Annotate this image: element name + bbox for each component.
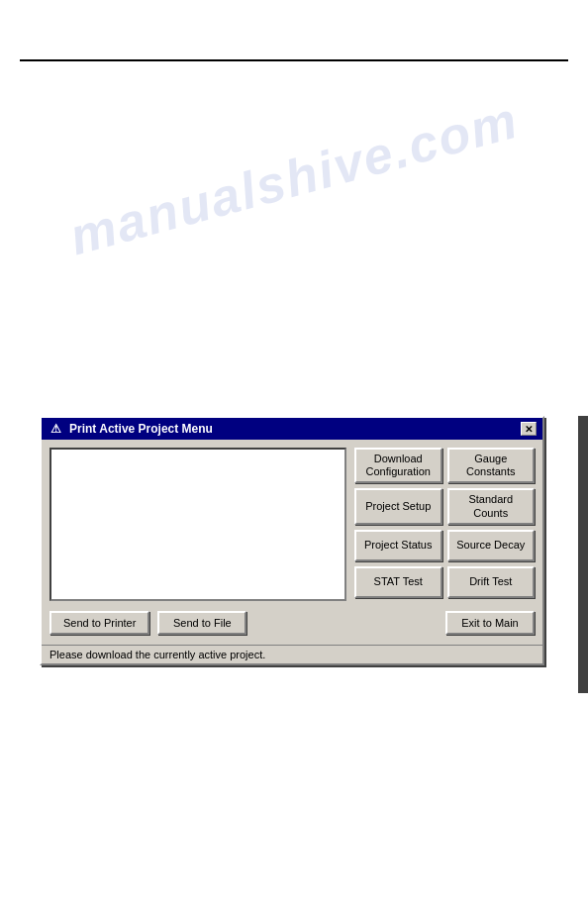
source-decay-button[interactable]: Source Decay <box>447 530 536 561</box>
button-row-3: Project Status Source Decay <box>354 530 535 561</box>
dialog-title: Print Active Project Menu <box>69 422 213 436</box>
print-active-project-dialog: ⚠ Print Active Project Menu ✕ DownloadCo… <box>40 416 544 665</box>
titlebar-left: ⚠ Print Active Project Menu <box>48 421 213 437</box>
dialog-content-row: DownloadConfiguration GaugeConstants Pro… <box>49 448 535 601</box>
project-status-button[interactable]: Project Status <box>354 530 442 561</box>
send-to-file-button[interactable]: Send to File <box>157 611 246 635</box>
status-text: Please download the currently active pro… <box>49 649 265 660</box>
drift-test-button[interactable]: Drift Test <box>447 566 536 598</box>
button-row-1: DownloadConfiguration GaugeConstants <box>354 448 535 483</box>
right-sidebar <box>578 416 588 693</box>
button-row-4: STAT Test Drift Test <box>354 566 535 598</box>
project-setup-button[interactable]: Project Setup <box>354 488 442 524</box>
gauge-constants-button[interactable]: GaugeConstants <box>447 448 536 483</box>
send-to-printer-button[interactable]: Send to Printer <box>49 611 149 635</box>
download-configuration-button[interactable]: DownloadConfiguration <box>354 448 442 483</box>
stat-test-button[interactable]: STAT Test <box>354 566 442 598</box>
buttons-panel: DownloadConfiguration GaugeConstants Pro… <box>354 448 535 598</box>
close-button[interactable]: ✕ <box>521 422 537 436</box>
dialog-body: DownloadConfiguration GaugeConstants Pro… <box>42 440 542 645</box>
warning-icon: ⚠ <box>48 421 63 437</box>
watermark-text: manualshive.com <box>50 86 539 270</box>
top-divider <box>20 59 568 61</box>
exit-to-main-button[interactable]: Exit to Main <box>445 611 535 635</box>
dialog-titlebar: ⚠ Print Active Project Menu ✕ <box>42 418 542 440</box>
standard-counts-button[interactable]: StandardCounts <box>447 488 536 524</box>
status-bar: Please download the currently active pro… <box>42 645 542 663</box>
button-row-2: Project Setup StandardCounts <box>354 488 535 524</box>
bottom-buttons-row: Send to Printer Send to File Exit to Mai… <box>49 607 535 637</box>
preview-area <box>49 448 346 601</box>
